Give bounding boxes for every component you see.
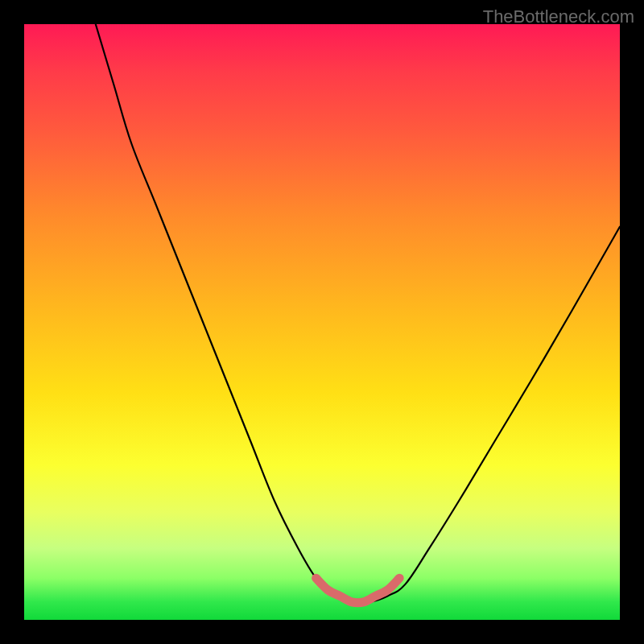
chart-frame: TheBottleneck.com [0,0,644,644]
minimum-highlight-path [316,578,400,603]
bottleneck-curve-path [96,24,620,603]
watermark-text: TheBottleneck.com [483,6,634,27]
curve-svg [24,24,620,620]
plot-area [24,24,620,620]
